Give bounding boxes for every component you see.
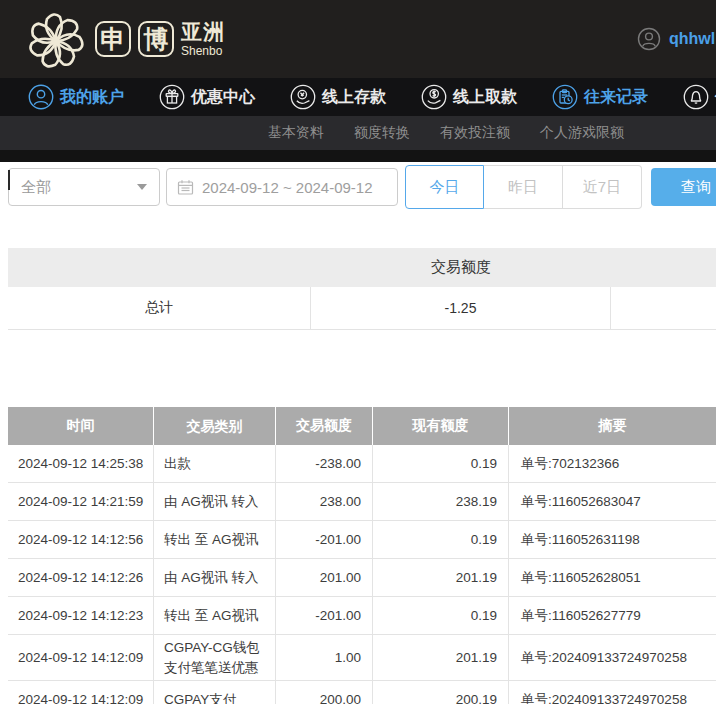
today-button[interactable]: 今日 (405, 165, 484, 209)
table-header-row: 时间 交易类别 交易额度 现有额度 摘要 (8, 407, 716, 445)
header-divider (0, 150, 716, 162)
cell-summary: 单号:202409133724970258 (508, 635, 716, 680)
nav-label: 优惠中心 (191, 87, 255, 108)
brand-logo: 申 博 亚洲 Shenbo (24, 7, 225, 71)
page: 申 博 亚洲 Shenbo qhhwl 我的账户 (0, 0, 716, 704)
cell-type: CGPAY支付 (153, 681, 275, 704)
summary-table: 交易额度 总计 -1.25 (8, 248, 716, 330)
column-header-amount: 交易额度 (275, 407, 372, 445)
records-icon (552, 84, 578, 110)
quick-date-buttons: 今日 昨日 近7日 (405, 165, 642, 209)
table-row: 2024-09-12 14:12:26 由 AG视讯 转入 201.00 201… (8, 559, 716, 597)
transaction-type-select[interactable]: 全部 (8, 168, 160, 206)
column-header-summary: 摘要 (508, 407, 716, 445)
cell-balance: 201.19 (372, 635, 508, 680)
select-focus-caret (8, 170, 10, 190)
nav-item-promotions[interactable]: 优惠中心 (159, 84, 255, 110)
cell-type: 由 AG视讯 转入 (153, 483, 275, 520)
nav-item-my-account[interactable]: 我的账户 (28, 84, 124, 110)
cell-time: 2024-09-12 14:12:09 (8, 635, 153, 680)
user-icon (28, 84, 54, 110)
summary-header: 交易额度 (8, 248, 716, 287)
select-value: 全部 (21, 178, 51, 197)
cell-type: 转出 至 AG视讯 (153, 521, 275, 558)
cell-type: 转出 至 AG视讯 (153, 597, 275, 634)
cell-summary: 单号:702132366 (508, 445, 716, 482)
subnav-item-valid-bets[interactable]: 有效投注额 (440, 124, 510, 142)
date-range-value: 2024-09-12 ~ 2024-09-12 (202, 179, 373, 196)
cell-summary: 单号:116052631198 (508, 521, 716, 558)
column-header-type: 交易类别 (153, 407, 275, 445)
cell-time: 2024-09-12 14:12:26 (8, 559, 153, 596)
table-row: 2024-09-12 14:12:56 转出 至 AG视讯 -201.00 0.… (8, 521, 716, 559)
cell-time: 2024-09-12 14:12:23 (8, 597, 153, 634)
cell-type: 出款 (153, 445, 275, 482)
search-button[interactable]: 查询 (651, 168, 716, 206)
withdraw-icon (421, 84, 447, 110)
username[interactable]: qhhwl (669, 30, 715, 48)
cell-amount: -201.00 (275, 521, 372, 558)
cell-balance: 0.19 (372, 597, 508, 634)
column-header-balance: 现有额度 (372, 407, 508, 445)
deposit-icon (290, 84, 316, 110)
cell-summary: 单号:116052627779 (508, 597, 716, 634)
flower-logo-icon (24, 7, 88, 71)
calendar-icon (177, 179, 194, 196)
logo-char-box-1: 申 (95, 21, 131, 57)
summary-total-row: 总计 -1.25 (8, 287, 716, 330)
gift-icon (159, 84, 185, 110)
cell-time: 2024-09-12 14:25:38 (8, 445, 153, 482)
cell-time: 2024-09-12 14:21:59 (8, 483, 153, 520)
logo-region-text: 亚洲 (181, 21, 225, 42)
cell-balance: 0.19 (372, 521, 508, 558)
column-header-time: 时间 (8, 407, 153, 445)
table-row: 2024-09-12 14:12:23 转出 至 AG视讯 -201.00 0.… (8, 597, 716, 635)
last7days-button[interactable]: 近7日 (563, 165, 642, 209)
cell-summary: 单号:116052683047 (508, 483, 716, 520)
date-range-input[interactable]: 2024-09-12 ~ 2024-09-12 (166, 168, 398, 206)
avatar-icon (637, 27, 661, 51)
cell-amount: -238.00 (275, 445, 372, 482)
nav-label: 线上存款 (322, 87, 386, 108)
nav-item-deposit[interactable]: 线上存款 (290, 84, 386, 110)
cell-amount: 201.00 (275, 559, 372, 596)
summary-total-value: -1.25 (311, 287, 611, 329)
cell-amount: 238.00 (275, 483, 372, 520)
summary-total-label: 总计 (8, 287, 311, 329)
cell-balance: 238.19 (372, 483, 508, 520)
user-account[interactable]: qhhwl (637, 0, 715, 78)
cell-balance: 200.19 (372, 681, 508, 704)
subnav-item-credit-transfer[interactable]: 额度转换 (354, 124, 410, 142)
cell-balance: 201.19 (372, 559, 508, 596)
cell-type: CGPAY-CG钱包支付笔笔送优惠 (153, 635, 275, 680)
nav-item-withdraw[interactable]: 线上取款 (421, 84, 517, 110)
bell-icon (683, 84, 709, 110)
cell-type: 由 AG视讯 转入 (153, 559, 275, 596)
chevron-down-icon (137, 184, 147, 190)
logo-latin-text: Shenbo (181, 45, 225, 57)
cell-amount: 200.00 (275, 681, 372, 704)
subnav-item-basic-info[interactable]: 基本资料 (268, 124, 324, 142)
cell-amount: -201.00 (275, 597, 372, 634)
transactions-table: 时间 交易类别 交易额度 现有额度 摘要 2024-09-12 14:25:38… (8, 407, 716, 704)
topbar: 申 博 亚洲 Shenbo qhhwl (0, 0, 716, 78)
yesterday-button[interactable]: 昨日 (484, 165, 563, 209)
nav-label: 线上取款 (453, 87, 517, 108)
nav-item-messages[interactable]: 信息 (683, 84, 716, 110)
cell-summary: 单号:202409133724970258 (508, 681, 716, 704)
table-row: 2024-09-12 14:25:38 出款 -238.00 0.19 单号:7… (8, 445, 716, 483)
sub-navbar: 基本资料 额度转换 有效投注额 个人游戏限额 (0, 116, 716, 150)
table-row: 2024-09-12 14:12:09 CGPAY支付 200.00 200.1… (8, 681, 716, 704)
main-navbar: 我的账户 优惠中心 线上存款 (0, 78, 716, 116)
nav-label: 我的账户 (60, 87, 124, 108)
logo-char-box-2: 博 (138, 21, 174, 57)
summary-header-label: 交易额度 (311, 258, 611, 277)
cell-time: 2024-09-12 14:12:56 (8, 521, 153, 558)
cell-balance: 0.19 (372, 445, 508, 482)
subnav-item-game-limits[interactable]: 个人游戏限额 (540, 124, 624, 142)
cell-amount: 1.00 (275, 635, 372, 680)
cell-summary: 单号:116052628051 (508, 559, 716, 596)
nav-item-transaction-records[interactable]: 往来记录 (552, 84, 648, 110)
filter-bar: 全部 2024-09-12 ~ 2024-09-12 今日 昨日 近7日 查询 (0, 162, 716, 248)
nav-label: 往来记录 (584, 87, 648, 108)
